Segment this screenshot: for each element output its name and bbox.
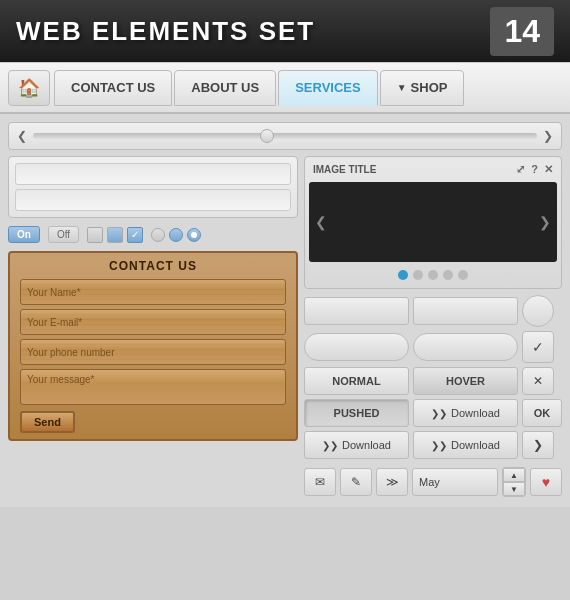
btn-normal[interactable]: NORMAL xyxy=(304,367,409,395)
toggle-on-button[interactable]: On xyxy=(8,226,40,243)
nav-home-button[interactable]: 🏠 xyxy=(8,70,50,106)
dot-4[interactable] xyxy=(443,270,453,280)
dot-3[interactable] xyxy=(428,270,438,280)
toggle-row: On Off ✓ xyxy=(8,224,298,245)
contact-form-title: CONTACT US xyxy=(20,259,286,273)
spinner-down[interactable]: ▼ xyxy=(503,482,525,496)
toggle-off-button[interactable]: Off xyxy=(48,226,79,243)
chevron-button[interactable]: ≫ xyxy=(376,468,408,496)
left-column: On Off ✓ CONTACT US Your Name* xyxy=(8,156,298,499)
image-panel-title: IMAGE TITLE xyxy=(313,164,376,175)
checkbox-checked[interactable] xyxy=(107,227,123,243)
dot-2[interactable] xyxy=(413,270,423,280)
chevron-down-icon: ≫ xyxy=(386,475,399,489)
right-arrow-icon: ❯ xyxy=(533,438,543,452)
spinner-up[interactable]: ▲ xyxy=(503,468,525,482)
chevron-down-icon-3: ❯❯ xyxy=(431,440,447,451)
name-input[interactable]: Your Name* xyxy=(20,279,286,305)
btn-download-1[interactable]: ❯❯ Download xyxy=(413,399,518,427)
main-content: ❮ ❯ On Off ✓ xyxy=(0,114,570,507)
email-input[interactable]: Your E-mail* xyxy=(20,309,286,335)
image-panel: IMAGE TITLE ⤢ ? ✕ ❮ ❯ xyxy=(304,156,562,289)
btn-download-2[interactable]: ❯❯ Download xyxy=(304,431,409,459)
text-input-1[interactable] xyxy=(15,163,291,185)
heart-button[interactable]: ♥ xyxy=(530,468,562,496)
image-prev-arrow[interactable]: ❮ xyxy=(315,214,327,230)
image-panel-header: IMAGE TITLE ⤢ ? ✕ xyxy=(309,161,557,178)
nav-item-contact[interactable]: CONTACT US xyxy=(54,70,172,106)
chevron-down-icon-1: ❯❯ xyxy=(431,408,447,419)
btn-circle[interactable] xyxy=(522,295,554,327)
btn-rounded-2[interactable] xyxy=(413,333,518,361)
mail-icon: ✉ xyxy=(315,475,325,489)
nav-item-about[interactable]: ABOUT US xyxy=(174,70,276,106)
slider-right-arrow[interactable]: ❯ xyxy=(543,129,553,143)
radio-unselected-1[interactable] xyxy=(151,228,165,242)
radio-checked[interactable] xyxy=(187,228,201,242)
btn-download-3[interactable]: ❯❯ Download xyxy=(413,431,518,459)
help-icon[interactable]: ? xyxy=(531,163,538,176)
month-select[interactable]: May xyxy=(412,468,498,496)
image-display: ❮ ❯ xyxy=(309,182,557,262)
btn-x[interactable]: ✕ xyxy=(522,367,554,395)
phone-input[interactable]: Your phone number xyxy=(20,339,286,365)
arrow-right-btn[interactable]: ❯ xyxy=(522,431,554,459)
right-column: IMAGE TITLE ⤢ ? ✕ ❮ ❯ xyxy=(304,156,562,499)
nav-item-services[interactable]: SERVICES xyxy=(278,70,378,106)
buttons-grid: ✓ NORMAL HOVER ✕ PUSHED ❯❯ Download OK ❯… xyxy=(304,295,562,459)
slider-thumb[interactable] xyxy=(260,129,274,143)
bottom-toolbar: ✉ ✎ ≫ May ▲ ▼ ♥ xyxy=(304,465,562,499)
slider-track[interactable] xyxy=(33,133,537,139)
two-col-layout: On Off ✓ CONTACT US Your Name* xyxy=(8,156,562,499)
btn-flat-1[interactable] xyxy=(304,297,409,325)
x-icon: ✕ xyxy=(533,374,543,388)
spinner-group: ▲ ▼ xyxy=(502,467,526,497)
message-input[interactable]: Your message* xyxy=(20,369,286,405)
btn-ok[interactable]: OK xyxy=(522,399,562,427)
slider-left-arrow[interactable]: ❮ xyxy=(17,129,27,143)
dot-1[interactable] xyxy=(398,270,408,280)
image-next-arrow[interactable]: ❯ xyxy=(539,214,551,230)
checkbox-blue-checked[interactable]: ✓ xyxy=(127,227,143,243)
text-input-2[interactable] xyxy=(15,189,291,211)
radio-group xyxy=(151,228,201,242)
mail-button[interactable]: ✉ xyxy=(304,468,336,496)
app-title: WEB ELEMENTS SET xyxy=(16,16,490,47)
close-icon[interactable]: ✕ xyxy=(544,163,553,176)
check-icon: ✓ xyxy=(532,339,544,355)
header: WEB ELEMENTS SET 14 xyxy=(0,0,570,62)
shop-arrow-icon: ▼ xyxy=(397,82,407,93)
checkbox-unchecked[interactable] xyxy=(87,227,103,243)
expand-icon[interactable]: ⤢ xyxy=(516,163,525,176)
pencil-icon: ✎ xyxy=(351,475,361,489)
radio-selected[interactable] xyxy=(169,228,183,242)
checkbox-group: ✓ xyxy=(87,227,143,243)
header-number: 14 xyxy=(490,7,554,56)
pencil-button[interactable]: ✎ xyxy=(340,468,372,496)
btn-flat-2[interactable] xyxy=(413,297,518,325)
btn-pushed[interactable]: PUSHED xyxy=(304,399,409,427)
btn-hover[interactable]: HOVER xyxy=(413,367,518,395)
month-label: May xyxy=(419,476,440,488)
text-inputs-area xyxy=(8,156,298,218)
contact-form: CONTACT US Your Name* Your E-mail* Your … xyxy=(8,251,298,441)
chevron-down-icon-2: ❯❯ xyxy=(322,440,338,451)
image-dots xyxy=(309,266,557,284)
navigation: 🏠 CONTACT US ABOUT US SERVICES ▼ SHOP xyxy=(0,62,570,114)
btn-rounded-1[interactable] xyxy=(304,333,409,361)
btn-check[interactable]: ✓ xyxy=(522,331,554,363)
heart-icon: ♥ xyxy=(542,474,550,490)
nav-item-shop[interactable]: ▼ SHOP xyxy=(380,70,465,106)
slider-row: ❮ ❯ xyxy=(8,122,562,150)
dot-5[interactable] xyxy=(458,270,468,280)
image-panel-controls: ⤢ ? ✕ xyxy=(516,163,553,176)
send-button[interactable]: Send xyxy=(20,411,75,433)
